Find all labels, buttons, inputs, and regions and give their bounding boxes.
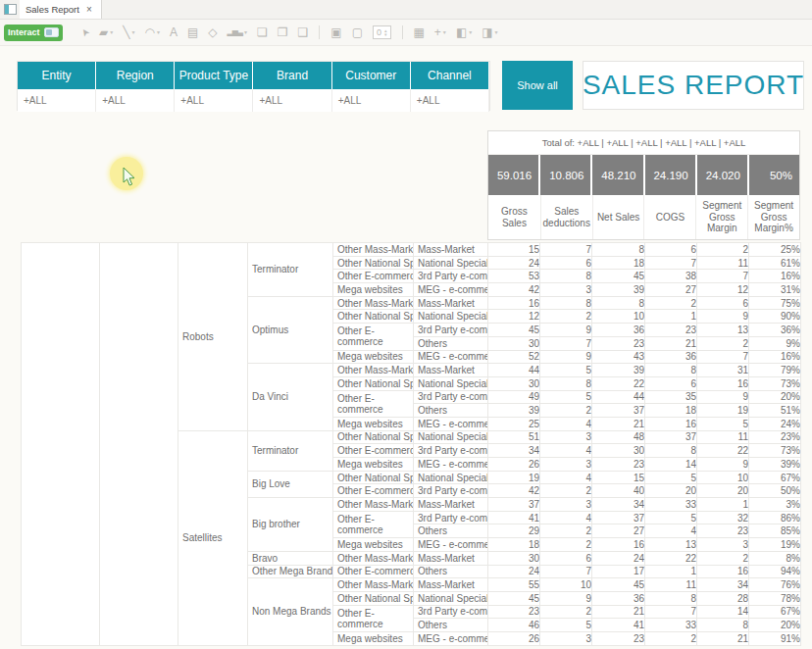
filter-header-brand[interactable]: Brand [253, 62, 331, 89]
value-cell[interactable]: 36% [749, 324, 801, 337]
value-cell[interactable]: 24 [488, 565, 540, 578]
value-cell[interactable]: 2 [540, 404, 592, 418]
filter-header-product-type[interactable]: Product Type [175, 62, 253, 89]
channel-cell[interactable]: National Specialists [414, 256, 488, 270]
value-cell[interactable]: 94% [749, 565, 801, 578]
channel-cell[interactable]: National Specialists [414, 310, 488, 324]
chevron-down-icon[interactable]: ▾ [244, 29, 247, 35]
value-cell[interactable]: 23% [749, 430, 801, 444]
value-cell[interactable]: 16 [645, 417, 697, 430]
value-cell[interactable]: 61% [749, 256, 801, 270]
value-cell[interactable]: 42 [488, 484, 540, 498]
value-cell[interactable]: 91% [749, 631, 801, 645]
value-cell[interactable]: 8 [592, 243, 645, 257]
group-cell[interactable]: Robots [178, 243, 248, 431]
value-cell[interactable]: 75% [749, 296, 801, 310]
channel-group-cell[interactable]: Mega websites [333, 417, 414, 430]
channel-group-cell[interactable]: Other E-commerce [333, 605, 414, 631]
value-cell[interactable]: 7 [540, 243, 592, 257]
filter-header-channel[interactable]: Channel [411, 62, 489, 89]
value-cell[interactable]: 50% [749, 484, 801, 498]
value-cell[interactable]: 16% [749, 270, 801, 283]
value-cell[interactable]: 39 [488, 404, 540, 418]
value-cell[interactable]: 1 [697, 498, 749, 512]
interact-switch-icon[interactable] [44, 27, 59, 37]
value-cell[interactable]: 5 [645, 471, 697, 484]
value-cell[interactable]: 18 [592, 256, 645, 270]
channel-group-cell[interactable]: Other National Spe [333, 310, 414, 324]
value-cell[interactable]: 30 [488, 551, 540, 565]
value-cell[interactable]: 2 [645, 631, 697, 645]
value-cell[interactable]: 5 [645, 511, 697, 524]
value-cell[interactable]: 32 [697, 511, 749, 524]
value-cell[interactable]: 3 [540, 458, 592, 472]
channel-group-cell[interactable]: Other E-commerce [333, 324, 414, 350]
value-cell[interactable]: 20 [645, 484, 697, 498]
align-horizontal-icon[interactable]: ◧▾ [456, 26, 472, 38]
value-cell[interactable]: 21 [697, 631, 749, 645]
value-cell[interactable]: 4 [540, 511, 592, 524]
value-cell[interactable]: 25 [488, 417, 540, 430]
channel-group-cell[interactable]: Other E-commerce [333, 565, 414, 578]
value-cell[interactable]: 39% [749, 458, 801, 472]
value-cell[interactable]: 6 [645, 243, 697, 257]
value-cell[interactable]: 67% [749, 471, 801, 484]
value-cell[interactable]: 24 [488, 256, 540, 270]
brand-cell[interactable]: Da Vinci [248, 364, 333, 430]
value-cell[interactable]: 36 [592, 324, 645, 337]
value-cell[interactable]: 42 [488, 283, 540, 297]
value-cell[interactable]: 26 [488, 458, 540, 472]
value-cell[interactable]: 11 [645, 578, 697, 592]
value-cell[interactable]: 86% [749, 511, 801, 524]
channel-group-cell[interactable]: Other Mass-Marke [333, 551, 414, 565]
value-cell[interactable]: 12 [697, 283, 749, 297]
value-cell[interactable]: 4 [540, 471, 592, 484]
group-icon[interactable]: ▣ [330, 26, 341, 38]
value-cell[interactable]: 30 [592, 444, 645, 458]
value-cell[interactable]: 38 [645, 270, 697, 283]
value-cell[interactable]: 5 [540, 364, 592, 377]
channel-cell[interactable]: National Specialists [414, 591, 488, 605]
value-cell[interactable]: 41 [488, 511, 540, 524]
channel-group-cell[interactable]: Other Mass-Marke [333, 296, 414, 310]
channel-cell[interactable]: MEG - e-commerc [414, 631, 488, 645]
ungroup-icon[interactable]: ▢ [352, 26, 363, 38]
value-cell[interactable]: 36 [592, 591, 645, 605]
value-cell[interactable]: 2 [697, 336, 749, 350]
value-cell[interactable]: 51 [488, 430, 540, 444]
value-cell[interactable]: 8 [540, 376, 592, 390]
channel-group-cell[interactable]: Other E-commerce [333, 444, 414, 458]
value-cell[interactable]: 23 [592, 336, 645, 350]
value-cell[interactable]: 43 [592, 350, 645, 364]
value-cell[interactable]: 8 [540, 270, 592, 283]
value-cell[interactable]: 24% [749, 417, 801, 430]
channel-group-cell[interactable]: Other Mass-Marke [333, 578, 414, 592]
value-cell[interactable]: 22 [645, 551, 697, 565]
channel-group-cell[interactable]: Other National Spe [333, 471, 414, 484]
chevron-down-icon[interactable]: ▾ [157, 29, 160, 35]
tab-close-icon[interactable]: × [86, 5, 92, 15]
channel-cell[interactable]: MEG - e-commerc [414, 538, 488, 552]
value-cell[interactable]: 3% [749, 498, 801, 512]
channel-group-cell[interactable]: Other E-commerce [333, 390, 414, 417]
value-cell[interactable]: 52 [488, 350, 540, 364]
layer-forward-icon[interactable]: ❐ [278, 26, 288, 38]
value-cell[interactable]: 36 [645, 350, 697, 364]
value-cell[interactable]: 21 [592, 605, 645, 619]
channel-cell[interactable]: National Specialists [414, 376, 488, 390]
value-cell[interactable]: 14 [645, 458, 697, 472]
value-cell[interactable]: 27 [645, 283, 697, 297]
value-cell[interactable]: 76% [749, 578, 801, 592]
value-cell[interactable]: 25% [749, 243, 801, 257]
value-cell[interactable]: 45 [488, 591, 540, 605]
value-cell[interactable]: 21 [592, 417, 645, 430]
value-cell[interactable]: 2 [645, 296, 697, 310]
shape-rectangle-icon[interactable]: ▰▾ [99, 26, 113, 38]
value-cell[interactable]: 11 [697, 430, 749, 444]
value-cell[interactable]: 2 [697, 243, 749, 257]
show-all-button[interactable]: Show all [502, 61, 573, 110]
value-cell[interactable]: 31 [697, 364, 749, 377]
add-icon[interactable]: +▾ [434, 26, 446, 38]
value-cell[interactable]: 8 [697, 619, 749, 632]
value-cell[interactable]: 55 [488, 578, 540, 592]
